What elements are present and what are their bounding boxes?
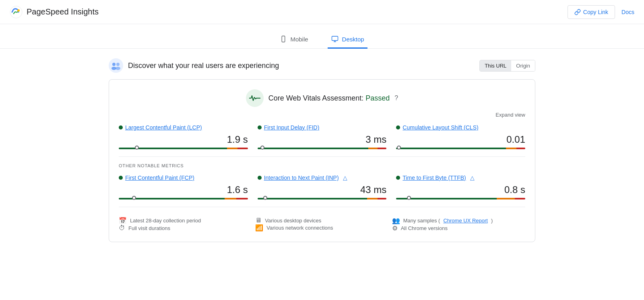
metric-name[interactable]: First Contentful Paint (FCP)	[125, 175, 194, 181]
metric-bar-container	[119, 147, 248, 150]
metric-dot	[396, 176, 400, 180]
cwv-metrics-grid: Largest Contentful Paint (LCP)1.9 sFirst…	[119, 124, 525, 150]
footer-item-icon: ⚙	[392, 224, 398, 232]
footer-item: 👥Many samples (Chrome UX Report)	[392, 217, 525, 224]
section-title-area: Discover what your real users are experi…	[109, 58, 279, 73]
metric-item: Time to First Byte (TTFB)△0.8 s	[396, 175, 525, 200]
metric-bar-bg	[396, 148, 525, 149]
footer-item: 🖥Various desktop devices	[255, 217, 388, 224]
metric-indicator	[135, 146, 139, 150]
bar-red	[237, 148, 248, 149]
footer-item-text: Latest 28-day collection period	[130, 218, 201, 224]
metric-item: First Input Delay (FID)3 ms	[258, 124, 387, 150]
url-origin-toggle: This URL Origin	[479, 60, 535, 72]
metric-value: 0.01	[396, 134, 525, 145]
expand-view[interactable]: Expand view	[119, 112, 525, 118]
bar-orange	[368, 148, 377, 149]
experimental-icon: △	[470, 175, 475, 181]
section-title: Discover what your real users are experi…	[128, 62, 279, 70]
app-title: PageSpeed Insights	[27, 7, 99, 16]
link-icon	[574, 9, 581, 15]
help-icon[interactable]: ?	[394, 95, 398, 102]
tab-desktop-label: Desktop	[342, 36, 364, 43]
real-users-header: Discover what your real users are experi…	[109, 58, 535, 73]
metric-name[interactable]: First Input Delay (FID)	[264, 124, 320, 131]
metric-name[interactable]: Interaction to Next Paint (INP)	[264, 175, 339, 181]
docs-link[interactable]: Docs	[621, 9, 634, 15]
metric-dot	[258, 125, 262, 129]
desktop-icon	[331, 35, 339, 43]
metric-label: First Input Delay (FID)	[258, 124, 387, 131]
footer-item: ⚙All Chrome versions	[392, 224, 525, 232]
copy-link-button[interactable]: Copy Link	[568, 5, 615, 19]
footer-item-text-suffix: )	[491, 218, 493, 224]
metric-label: Largest Contentful Paint (LCP)	[119, 124, 248, 131]
this-url-button[interactable]: This URL	[480, 60, 511, 71]
footer-item-text: Various desktop devices	[265, 218, 321, 224]
other-metrics-label: OTHER NOTABLE METRICS	[119, 163, 525, 168]
metrics-divider	[119, 156, 525, 157]
bar-orange	[506, 148, 516, 149]
bar-red	[516, 148, 525, 149]
footer-col1: 📅Latest 28-day collection period⏱Full vi…	[119, 217, 252, 232]
metric-name[interactable]: Largest Contentful Paint (LCP)	[125, 124, 202, 131]
metric-item: First Contentful Paint (FCP)1.6 s	[119, 175, 248, 200]
metric-name[interactable]: Cumulative Layout Shift (CLS)	[402, 124, 478, 131]
metric-value: 43 ms	[258, 184, 387, 195]
pulse-icon	[249, 94, 260, 102]
metric-bar-bg	[258, 148, 387, 149]
footer-item-icon: 📶	[255, 224, 263, 232]
bar-orange	[367, 198, 378, 199]
bar-green	[396, 148, 506, 149]
main-content: Discover what your real users are experi…	[101, 49, 543, 252]
bar-red	[378, 198, 386, 199]
pagespeed-logo	[10, 6, 23, 18]
metric-bar-bg	[119, 198, 248, 199]
cwv-title-row: Core Web Vitals Assessment: Passed ?	[246, 89, 398, 107]
footer-item-text: Various network connections	[266, 225, 333, 231]
origin-button[interactable]: Origin	[511, 60, 535, 71]
footer-item-text-prefix: Many samples (	[403, 218, 440, 224]
footer-item: 📶Various network connections	[255, 224, 388, 232]
bar-orange	[227, 148, 237, 149]
metric-label: Interaction to Next Paint (INP)△	[258, 175, 387, 181]
footer-item-text: All Chrome versions	[401, 225, 448, 231]
footer-item-icon: ⏱	[119, 224, 125, 232]
footer-col3: 👥Many samples (Chrome UX Report)⚙All Chr…	[392, 217, 525, 232]
bar-red	[378, 148, 386, 149]
metric-indicator	[397, 146, 401, 150]
bar-red	[515, 198, 525, 199]
svg-rect-4	[332, 36, 338, 41]
metric-dot	[119, 176, 123, 180]
metric-name[interactable]: Time to First Byte (TTFB)	[402, 175, 466, 181]
bar-red	[236, 198, 248, 199]
svg-rect-2	[282, 36, 285, 42]
chrome-ux-report-link[interactable]: Chrome UX Report	[443, 218, 488, 224]
tab-desktop[interactable]: Desktop	[328, 31, 367, 49]
bar-green	[258, 198, 367, 199]
metric-label: First Contentful Paint (FCP)	[119, 175, 248, 181]
metric-label: Time to First Byte (TTFB)△	[396, 175, 525, 181]
metrics-card: Core Web Vitals Assessment: Passed ? Exp…	[109, 79, 535, 242]
metric-bar-container	[258, 147, 387, 150]
cwv-icon	[246, 89, 264, 107]
footer-divider	[119, 207, 525, 207]
metric-bar-container	[119, 197, 248, 200]
footer-item-icon: 📅	[119, 217, 127, 224]
tab-mobile[interactable]: Mobile	[277, 31, 311, 49]
metric-label: Cumulative Layout Shift (CLS)	[396, 124, 525, 131]
footer-info: 📅Latest 28-day collection period⏱Full vi…	[119, 217, 525, 232]
bar-orange	[225, 198, 236, 199]
metric-item: Cumulative Layout Shift (CLS)0.01	[396, 124, 525, 150]
svg-point-7	[109, 58, 123, 73]
metric-bar-container	[396, 147, 525, 150]
bar-green	[396, 198, 497, 199]
metric-bar-container	[396, 197, 525, 200]
cwv-header: Core Web Vitals Assessment: Passed ?	[119, 89, 525, 109]
cwv-status: Passed	[365, 94, 390, 102]
footer-item-icon: 👥	[392, 217, 400, 224]
footer-col2: 🖥Various desktop devices📶Various network…	[255, 217, 388, 232]
metric-item: Largest Contentful Paint (LCP)1.9 s	[119, 124, 248, 150]
footer-item: ⏱Full visit durations	[119, 224, 252, 232]
crux-icon	[109, 58, 123, 73]
